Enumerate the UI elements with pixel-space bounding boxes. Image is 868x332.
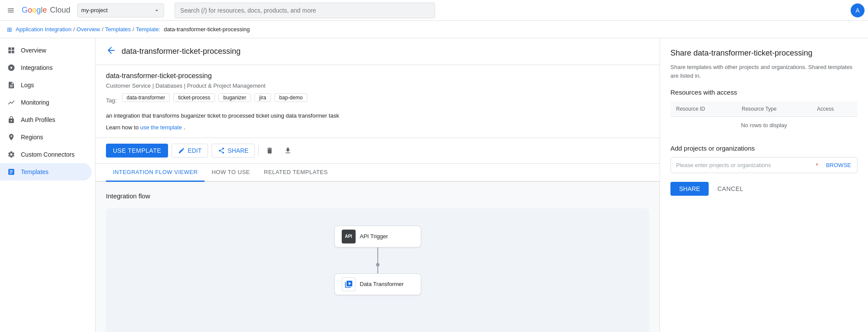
topbar: Google Cloud my-project A xyxy=(0,0,868,21)
breadcrumb-template-name: data-transformer-ticket-processing xyxy=(164,26,250,33)
share-panel-description: Share templates with other projects and … xyxy=(670,63,858,80)
tag-item: jira xyxy=(254,93,271,102)
topbar-actions: A xyxy=(851,3,865,17)
template-name: data-transformer-ticket-processing xyxy=(106,72,649,80)
tag-item: bap-demo xyxy=(274,93,307,102)
learn-how-to: Learn how to use the template . xyxy=(106,124,649,131)
tag-item: buganizer xyxy=(218,93,251,102)
app-integration-icon: ⊞ xyxy=(7,26,12,33)
sidebar-label-templates: Templates xyxy=(21,168,49,175)
overview-icon xyxy=(7,46,16,54)
main-layout: Overview Integrations Logs Monitoring Au… xyxy=(0,38,868,332)
data-transformer-node: Data Transformer xyxy=(334,273,421,295)
sidebar-item-custom-connectors[interactable]: Custom Connectors xyxy=(0,146,92,163)
search-input[interactable] xyxy=(175,3,435,18)
sidebar: Overview Integrations Logs Monitoring Au… xyxy=(0,38,96,332)
share-panel: Share data-transformer-ticket-processing… xyxy=(660,38,868,332)
google-cloud-logo: Google Cloud xyxy=(22,6,70,15)
breadcrumb-templates[interactable]: Templates xyxy=(105,26,131,33)
share-button[interactable]: SHARE xyxy=(211,144,255,158)
sidebar-label-custom-connectors: Custom Connectors xyxy=(21,151,75,158)
sidebar-item-auth-profiles[interactable]: Auth Profiles xyxy=(0,111,92,128)
tag-label: Tag: xyxy=(106,97,117,104)
breadcrumb-app[interactable]: Application Integration xyxy=(16,26,72,33)
add-projects-title: Add projects or organizations xyxy=(670,145,858,152)
add-input-row: * BROWSE xyxy=(670,157,858,173)
template-detail-header: data-transformer-ticket-processing xyxy=(96,38,660,65)
tag-item: data-transformer xyxy=(122,93,170,102)
sidebar-label-auth-profiles: Auth Profiles xyxy=(21,116,55,123)
col-access: Access xyxy=(812,102,858,117)
delete-button[interactable] xyxy=(262,143,277,158)
resources-title: Resources with access xyxy=(670,89,858,96)
flow-connector-2 xyxy=(377,265,378,273)
template-header-title: data-transformer-ticket-processing xyxy=(122,47,241,56)
share-actions: SHARE CANCEL xyxy=(670,182,858,196)
sidebar-item-logs[interactable]: Logs xyxy=(0,76,92,94)
tag-item: ticket-process xyxy=(173,93,215,102)
tab-related-templates[interactable]: RELATED TEMPLATES xyxy=(257,164,335,182)
content-area: data-transformer-ticket-processing data-… xyxy=(96,38,868,332)
cancel-button[interactable]: CANCEL xyxy=(714,182,747,196)
edit-button[interactable]: EDIT xyxy=(172,144,208,158)
custom-connectors-icon xyxy=(7,151,16,158)
share-panel-title: Share data-transformer-ticket-processing xyxy=(670,49,858,58)
sidebar-item-monitoring[interactable]: Monitoring xyxy=(0,94,92,111)
sidebar-label-regions: Regions xyxy=(21,134,43,141)
flow-canvas: API API Trigger Data Transform xyxy=(106,208,649,332)
required-star: * xyxy=(814,162,820,169)
flow-connector xyxy=(377,247,378,265)
sidebar-label-integrations: Integrations xyxy=(21,64,53,71)
flow-title: Integration flow xyxy=(106,192,649,200)
menu-icon[interactable] xyxy=(3,3,18,18)
table-row-empty: No rows to display xyxy=(671,117,858,134)
auth-profiles-icon xyxy=(7,116,16,124)
browse-button[interactable]: BROWSE xyxy=(820,158,857,173)
learn-link[interactable]: use the template xyxy=(140,124,182,131)
sidebar-item-regions[interactable]: Regions xyxy=(0,128,92,146)
data-transformer-icon xyxy=(342,277,356,291)
breadcrumb-template-label: Template: xyxy=(136,26,160,33)
edit-label: EDIT xyxy=(188,147,201,154)
flow-area: Integration flow API API Trigger xyxy=(96,182,660,332)
use-template-button[interactable]: USE TEMPLATE xyxy=(106,144,168,158)
action-separator xyxy=(258,145,259,156)
avatar[interactable]: A xyxy=(851,3,865,17)
search-bar xyxy=(175,3,435,18)
tab-how-to-use[interactable]: HOW TO USE xyxy=(205,164,257,182)
template-tags: data-transformerticket-processbuganizerj… xyxy=(122,93,308,102)
template-tags-row: Tag: data-transformerticket-processbugan… xyxy=(106,93,649,107)
logs-icon xyxy=(7,81,16,89)
api-trigger-icon: API xyxy=(342,230,356,243)
sidebar-item-overview[interactable]: Overview xyxy=(0,42,92,59)
template-info: data-transformer-ticket-processing Custo… xyxy=(96,65,660,138)
templates-icon xyxy=(7,168,16,176)
integrations-icon xyxy=(7,64,16,72)
share-label: SHARE xyxy=(228,147,248,154)
back-button[interactable] xyxy=(106,45,116,58)
download-button[interactable] xyxy=(281,143,295,158)
share-submit-button[interactable]: SHARE xyxy=(670,182,709,196)
regions-icon xyxy=(7,133,16,141)
api-trigger-node: API API Trigger xyxy=(334,226,421,247)
sidebar-item-templates[interactable]: Templates xyxy=(0,163,92,181)
template-actions: USE TEMPLATE EDIT SHARE xyxy=(96,138,660,164)
sidebar-label-logs: Logs xyxy=(21,82,34,89)
api-trigger-label: API Trigger xyxy=(360,233,388,240)
breadcrumb-overview[interactable]: Overview xyxy=(76,26,100,33)
project-selector[interactable]: my-project xyxy=(77,3,164,17)
add-projects-input[interactable] xyxy=(671,158,814,173)
sidebar-item-integrations[interactable]: Integrations xyxy=(0,59,92,76)
resources-table: Resource ID Resource Type Access No rows… xyxy=(670,101,858,134)
col-resource-type: Resource Type xyxy=(736,102,812,117)
sidebar-label-monitoring: Monitoring xyxy=(21,99,49,106)
template-description: an integration that transforms buganizer… xyxy=(106,112,649,120)
template-category: Customer Service | Databases | Product &… xyxy=(106,82,649,89)
data-transformer-label: Data Transformer xyxy=(360,281,404,287)
breadcrumb: ⊞ Application Integration / Overview / T… xyxy=(0,21,868,38)
monitoring-icon xyxy=(7,99,16,106)
col-resource-id: Resource ID xyxy=(671,102,736,117)
tab-integration-flow[interactable]: INTEGRATION FLOW VIEWER xyxy=(106,164,205,182)
template-detail: data-transformer-ticket-processing data-… xyxy=(96,38,660,332)
no-rows-text: No rows to display xyxy=(671,117,858,134)
